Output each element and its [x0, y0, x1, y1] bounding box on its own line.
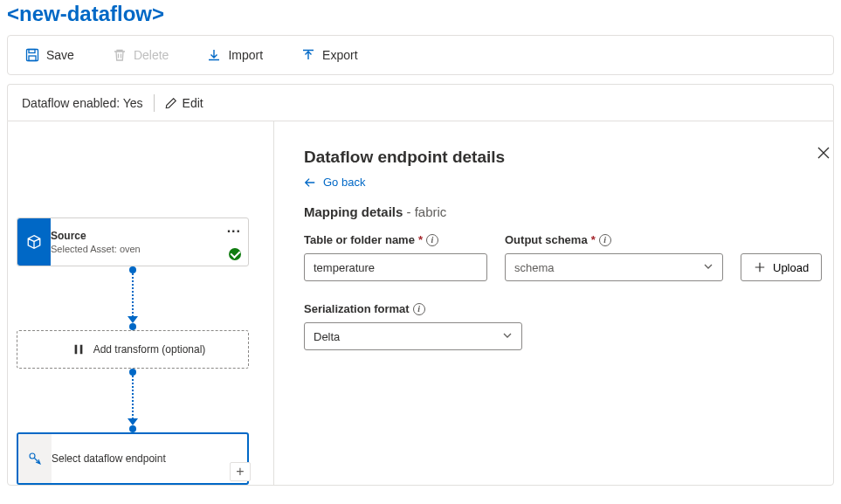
arrow-left-icon: [304, 176, 316, 189]
save-button[interactable]: Save: [25, 48, 74, 62]
endpoint-node[interactable]: Select dataflow endpoint: [17, 432, 249, 485]
divider: [154, 94, 155, 112]
delete-button: Delete: [113, 48, 169, 62]
endpoint-icon: [28, 452, 42, 466]
upload-button[interactable]: Upload: [741, 253, 822, 281]
schema-label: Output schema * i: [505, 233, 723, 246]
svg-rect-1: [29, 50, 35, 53]
schema-select[interactable]: schema: [505, 253, 723, 281]
status-band: Dataflow enabled: Yes Edit: [7, 84, 834, 121]
details-panel: Dataflow endpoint details Go back Mappin…: [274, 121, 841, 485]
connector-1: [17, 266, 249, 330]
svg-rect-3: [74, 345, 77, 355]
upload-icon: [301, 48, 315, 62]
table-label: Table or folder name * i: [304, 233, 487, 246]
connector-2: [17, 369, 249, 432]
pencil-icon: [165, 97, 177, 109]
chevron-down-icon: [502, 330, 513, 343]
source-sub: Selected Asset: oven: [51, 244, 243, 254]
section-title: Mapping details - fabric: [304, 204, 822, 219]
format-select[interactable]: Delta: [304, 322, 522, 350]
transform-icon: [72, 343, 85, 356]
export-button[interactable]: Export: [301, 48, 357, 62]
info-icon[interactable]: i: [426, 234, 438, 246]
check-icon: [229, 248, 241, 260]
source-node[interactable]: Source Selected Asset: oven ···: [17, 217, 249, 266]
download-icon: [207, 48, 221, 62]
cube-icon: [26, 234, 42, 250]
chevron-down-icon: [703, 261, 713, 274]
canvas: Source Selected Asset: oven ··· Add tran…: [8, 121, 274, 485]
source-label: Source: [51, 230, 243, 242]
workarea: Source Selected Asset: oven ··· Add tran…: [7, 121, 834, 486]
table-input[interactable]: [304, 253, 487, 281]
toolbar: Save Delete Import Export: [7, 35, 834, 75]
format-label: Serialization format i: [304, 302, 822, 315]
trash-icon: [113, 48, 127, 62]
import-button[interactable]: Import: [207, 48, 263, 62]
edit-button[interactable]: Edit: [165, 96, 203, 110]
close-icon: [817, 146, 831, 160]
save-icon: [25, 48, 39, 62]
endpoint-label: Select dataflow endpoint: [52, 452, 242, 465]
svg-rect-2: [29, 56, 36, 61]
svg-point-5: [30, 453, 35, 459]
plus-icon: [754, 261, 766, 273]
go-back-link[interactable]: Go back: [304, 176, 822, 189]
page-title: <new-dataflow>: [7, 0, 834, 35]
info-icon[interactable]: i: [599, 234, 611, 246]
close-button[interactable]: [817, 146, 831, 162]
details-heading: Dataflow endpoint details: [304, 148, 822, 167]
enabled-label: Dataflow enabled: Yes: [22, 96, 143, 110]
transform-node[interactable]: Add transform (optional): [17, 330, 249, 369]
transform-label: Add transform (optional): [93, 343, 206, 356]
info-icon[interactable]: i: [413, 303, 425, 315]
svg-rect-4: [79, 345, 82, 355]
more-menu[interactable]: ···: [227, 224, 241, 239]
add-step-button[interactable]: +: [230, 462, 251, 481]
